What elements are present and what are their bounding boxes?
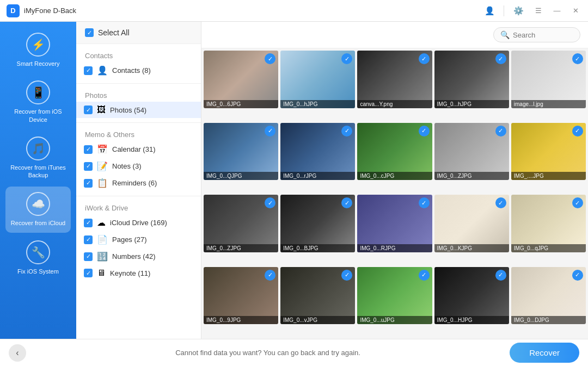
photo-check-icon: ✓ <box>495 197 506 208</box>
pages-checkbox[interactable]: ✓ <box>84 235 93 244</box>
pages-label: Pages (27) <box>112 235 147 244</box>
calendar-item[interactable]: ✓ 📅 Calendar (31) <box>76 141 201 158</box>
numbers-item[interactable]: ✓ 🔢 Numbers (42) <box>76 248 201 265</box>
photo-label: image...l.jpg <box>511 100 586 108</box>
memo-section: Memo & Others ✓ 📅 Calendar (31) ✓ 📝 Note… <box>76 123 201 196</box>
numbers-checkbox[interactable]: ✓ <box>84 252 93 261</box>
photo-label: IMG_....JPG <box>511 172 586 180</box>
photo-cell[interactable]: ✓IMG_0...HJPG <box>434 267 509 325</box>
sidebar-label-recover-icloud: Recover from iCloud <box>11 219 65 227</box>
notes-checkbox[interactable]: ✓ <box>84 162 93 171</box>
reminders-checkbox[interactable]: ✓ <box>84 179 93 188</box>
sidebar-item-smart-recovery[interactable]: ⚡ Smart Recovery <box>5 27 71 73</box>
photo-label: IMG_0...vJPG <box>280 316 355 324</box>
photo-label: IMG_0...9JPG <box>204 316 278 324</box>
photo-check-icon: ✓ <box>572 126 583 137</box>
photos-checkbox[interactable]: ✓ <box>84 106 93 114</box>
photo-cell[interactable]: ✓IMG_0...QJPG <box>204 123 278 181</box>
photo-label: canva...Y.png <box>357 100 432 108</box>
photo-cell[interactable]: ✓IMG_0...cJPG <box>357 123 432 181</box>
photo-cell[interactable]: ✓IMG_0...DJPG <box>511 267 586 325</box>
sidebar-item-recover-itunes[interactable]: 🎵 Recover from iTunes Backup <box>5 131 71 185</box>
recover-button[interactable]: Recover <box>510 343 579 363</box>
minimize-button[interactable]: — <box>551 5 563 17</box>
notes-label: Notes (3) <box>112 162 141 170</box>
photo-check-icon: ✓ <box>495 270 506 281</box>
user-icon[interactable]: 👤 <box>482 3 497 18</box>
select-all-checkbox[interactable]: ✓ <box>85 28 94 37</box>
contacts-label: Contacts (8) <box>112 66 151 75</box>
photo-cell[interactable]: ✓IMG_0...uJPG <box>357 267 432 325</box>
sidebar: ⚡ Smart Recovery 📱 Recover from iOS Devi… <box>0 22 76 339</box>
contacts-item[interactable]: ✓ 👤 Contacts (8) <box>76 62 201 79</box>
photo-cell[interactable]: ✓IMG_0...hJPG <box>434 51 509 108</box>
search-icon: 🔍 <box>500 30 510 39</box>
sidebar-label-smart-recovery: Smart Recovery <box>17 60 60 67</box>
photo-cell[interactable]: ✓IMG_0...qJPG <box>511 195 586 252</box>
recover-itunes-icon: 🎵 <box>26 137 50 160</box>
photo-label: IMG_0...hJPG <box>280 100 355 108</box>
photo-cell[interactable]: ✓IMG_0...vJPG <box>280 267 355 325</box>
sidebar-label-recover-itunes: Recover from iTunes Backup <box>10 164 66 179</box>
photo-cell[interactable]: ✓IMG_0...9JPG <box>204 267 278 325</box>
photo-cell[interactable]: ✓IMG_0...RJPG <box>357 195 432 252</box>
menu-icon[interactable]: ☰ <box>532 5 544 17</box>
contacts-checkbox[interactable]: ✓ <box>84 66 93 75</box>
bottom-bar: ‹ Cannot find data you want? You can go … <box>0 339 588 366</box>
sidebar-item-recover-icloud[interactable]: ☁️ Recover from iCloud <box>5 187 71 232</box>
reminders-icon: 📋 <box>97 178 108 188</box>
separator <box>504 5 504 16</box>
keynote-label: Keynote (11) <box>110 269 150 277</box>
photo-cell[interactable]: ✓IMG_0...ZJPG <box>204 195 278 252</box>
settings-icon[interactable]: ⚙️ <box>511 3 526 18</box>
icloud-drive-item[interactable]: ✓ ☁ iCloud Drive (169) <box>76 214 201 231</box>
search-input[interactable] <box>513 31 573 39</box>
pages-item[interactable]: ✓ 📄 Pages (27) <box>76 231 201 248</box>
left-panel: ✓ Select All Contacts ✓ 👤 Contacts (8) P… <box>76 22 201 339</box>
sidebar-item-recover-ios[interactable]: 📱 Recover from iOS Device <box>5 75 71 129</box>
keynote-item[interactable]: ✓ 🖥 Keynote (11) <box>76 265 201 281</box>
photo-cell[interactable]: ✓IMG_0...KJPG <box>434 195 509 252</box>
photo-label: IMG_0...hJPG <box>434 100 509 108</box>
photo-check-icon: ✓ <box>265 270 275 281</box>
calendar-label: Calendar (31) <box>112 145 156 153</box>
photo-cell[interactable]: ✓IMG_0...BJPG <box>280 195 355 252</box>
photo-cell[interactable]: ✓IMG_0...rJPG <box>280 123 355 181</box>
memo-header: Memo & Others <box>76 127 201 141</box>
photo-check-icon: ✓ <box>341 126 352 137</box>
back-button[interactable]: ‹ <box>9 344 26 362</box>
calendar-checkbox[interactable]: ✓ <box>84 145 93 154</box>
photo-cell[interactable]: ✓image...l.jpg <box>511 51 586 108</box>
photo-cell[interactable]: ✓IMG_....JPG <box>511 123 586 181</box>
photo-check-icon: ✓ <box>341 270 352 281</box>
photo-label: IMG_0...rJPG <box>280 172 355 180</box>
keynote-checkbox[interactable]: ✓ <box>84 269 93 277</box>
photo-cell[interactable]: ✓IMG_0...6JPG <box>204 51 278 108</box>
smart-recovery-icon: ⚡ <box>26 33 50 57</box>
sidebar-item-fix-ios[interactable]: 🔧 Fix iOS System <box>5 235 71 281</box>
photo-label: IMG_0...BJPG <box>280 244 355 252</box>
photo-cell[interactable]: ✓IMG_0...hJPG <box>280 51 355 108</box>
icloud-drive-checkbox[interactable]: ✓ <box>84 219 93 227</box>
photos-item[interactable]: ✓ 🖼 Photos (54) <box>76 102 201 118</box>
photo-cell[interactable]: ✓IMG_0...ZJPG <box>434 123 509 181</box>
reminders-label: Reminders (6) <box>112 179 157 187</box>
photos-header: Photos <box>76 88 201 102</box>
numbers-label: Numbers (42) <box>112 252 155 260</box>
photo-label: IMG_0...ZJPG <box>204 244 278 252</box>
contacts-section: Contacts ✓ 👤 Contacts (8) <box>76 44 201 83</box>
select-all-row[interactable]: ✓ Select All <box>76 22 201 44</box>
app-logo: D <box>7 4 20 17</box>
fix-ios-icon: 🔧 <box>26 240 50 264</box>
right-content: 🔍 ✓IMG_0...6JPG✓IMG_0...hJPG✓canva...Y.p… <box>201 22 588 339</box>
notes-item[interactable]: ✓ 📝 Notes (3) <box>76 158 201 175</box>
photo-check-icon: ✓ <box>265 126 275 137</box>
close-button[interactable]: ✕ <box>569 5 581 17</box>
search-box[interactable]: 🔍 <box>493 27 580 42</box>
iwork-section: iWork & Drive ✓ ☁ iCloud Drive (169) ✓ 📄… <box>76 196 201 286</box>
photo-cell[interactable]: ✓canva...Y.png <box>357 51 432 108</box>
numbers-icon: 🔢 <box>97 251 108 262</box>
reminders-item[interactable]: ✓ 📋 Reminders (6) <box>76 175 201 191</box>
photo-label: IMG_0...6JPG <box>204 100 278 108</box>
photo-check-icon: ✓ <box>419 53 430 64</box>
